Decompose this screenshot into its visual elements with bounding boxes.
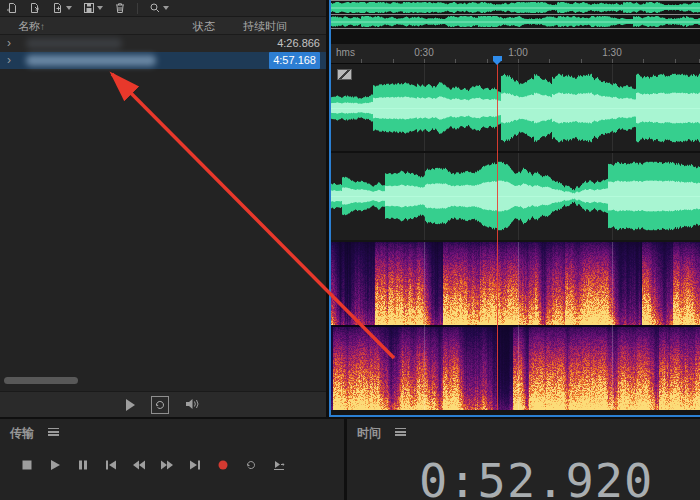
current-time-display[interactable]: 0:52.920 <box>419 453 653 500</box>
playhead-line[interactable] <box>497 56 498 410</box>
overview-navigator-canvas[interactable] <box>331 0 700 30</box>
time-panel: 时间 0:52.920 <box>347 419 700 500</box>
go-to-end-button[interactable] <box>186 458 204 471</box>
pause-button[interactable] <box>74 458 92 471</box>
stop-button[interactable] <box>18 458 36 471</box>
go-to-start-button[interactable] <box>102 458 120 471</box>
column-duration[interactable]: 持续时间 <box>243 17 287 35</box>
trash-icon <box>114 2 126 14</box>
record-button[interactable] <box>214 458 232 471</box>
files-panel: 名称↑ 状态 持续时间 › 4:26.866 › 4:57.168 <box>0 0 326 417</box>
sort-ascending-icon: ↑ <box>40 21 45 32</box>
search-icon <box>149 2 161 14</box>
time-panel-title: 时间 <box>357 425 381 442</box>
skip-selection-icon <box>272 459 286 471</box>
timeline-tick-label: 0:30 <box>414 47 433 58</box>
column-name[interactable]: 名称↑ <box>18 17 45 36</box>
clip-badge-icon[interactable] <box>337 69 352 80</box>
rewind-button[interactable] <box>130 458 148 471</box>
editor-divider <box>331 30 700 44</box>
transport-buttons <box>18 458 288 471</box>
playhead-handle[interactable] <box>493 56 502 61</box>
panel-menu-icon[interactable] <box>395 428 406 436</box>
speaker-button[interactable] <box>185 396 200 414</box>
panel-menu-icon[interactable] <box>48 428 59 436</box>
file-duration: 4:26.866 <box>277 35 320 52</box>
play-icon[interactable] <box>126 399 135 411</box>
play-button[interactable] <box>46 458 64 471</box>
loop-toggle-button[interactable] <box>151 396 169 414</box>
open-file-button[interactable] <box>29 2 41 14</box>
save-icon <box>83 2 95 14</box>
files-column-header: 名称↑ 状态 持续时间 <box>0 17 326 35</box>
import-file-button[interactable] <box>6 2 18 14</box>
files-toolbar <box>0 0 326 17</box>
scrollbar-thumb[interactable] <box>4 377 78 384</box>
column-status[interactable]: 状态 <box>193 17 215 35</box>
horizontal-scrollbar <box>4 377 154 384</box>
fast-forward-icon <box>160 459 174 471</box>
skip-selection-button[interactable] <box>270 458 288 471</box>
rewind-icon <box>132 459 146 471</box>
loop-playback-button[interactable] <box>242 458 260 471</box>
waveform-canvas[interactable] <box>331 64 700 240</box>
file-name-redacted <box>26 38 122 49</box>
expand-chevron-icon[interactable]: › <box>7 52 11 69</box>
timeline-ruler[interactable]: hms 0:30 1:00 1:30 <box>331 44 700 64</box>
files-bottom-toolbar <box>0 391 326 417</box>
spectrogram-canvas[interactable] <box>331 242 700 410</box>
loop-icon <box>154 400 166 410</box>
play-icon <box>48 459 62 471</box>
new-file-icon <box>52 2 64 14</box>
toolbar-divider <box>137 3 138 14</box>
expand-chevron-icon[interactable]: › <box>7 35 11 52</box>
chevron-down-icon <box>66 6 72 10</box>
file-duration: 4:57.168 <box>269 52 320 69</box>
loop-icon <box>244 459 258 471</box>
skip-to-start-icon <box>104 459 118 471</box>
waveform-editor-panel: hms 0:30 1:00 1:30 <box>329 0 700 417</box>
file-row[interactable]: › 4:26.866 <box>0 35 326 52</box>
file-row-selected[interactable]: › 4:57.168 <box>0 52 326 69</box>
open-file-icon <box>29 2 41 14</box>
import-file-icon <box>6 2 18 14</box>
new-content-button[interactable] <box>52 2 72 14</box>
timeline-tick-label: 1:30 <box>602 47 621 58</box>
stop-icon <box>20 459 34 471</box>
delete-button[interactable] <box>114 2 126 14</box>
file-name-redacted <box>26 55 156 66</box>
audition-app: 名称↑ 状态 持续时间 › 4:26.866 › 4:57.168 <box>0 0 700 500</box>
save-button[interactable] <box>83 2 103 14</box>
pause-icon <box>76 459 90 471</box>
fast-forward-button[interactable] <box>158 458 176 471</box>
column-name-label: 名称 <box>18 20 40 32</box>
timeline-unit-label: hms <box>336 47 355 58</box>
timeline-tick-label: 1:00 <box>508 47 527 58</box>
chevron-down-icon <box>163 6 169 10</box>
speaker-icon <box>185 398 200 410</box>
transport-panel: 传输 <box>0 419 344 500</box>
transport-panel-title: 传输 <box>10 425 34 442</box>
search-button[interactable] <box>149 2 169 14</box>
skip-to-end-icon <box>188 459 202 471</box>
chevron-down-icon <box>97 6 103 10</box>
record-icon <box>216 459 230 471</box>
